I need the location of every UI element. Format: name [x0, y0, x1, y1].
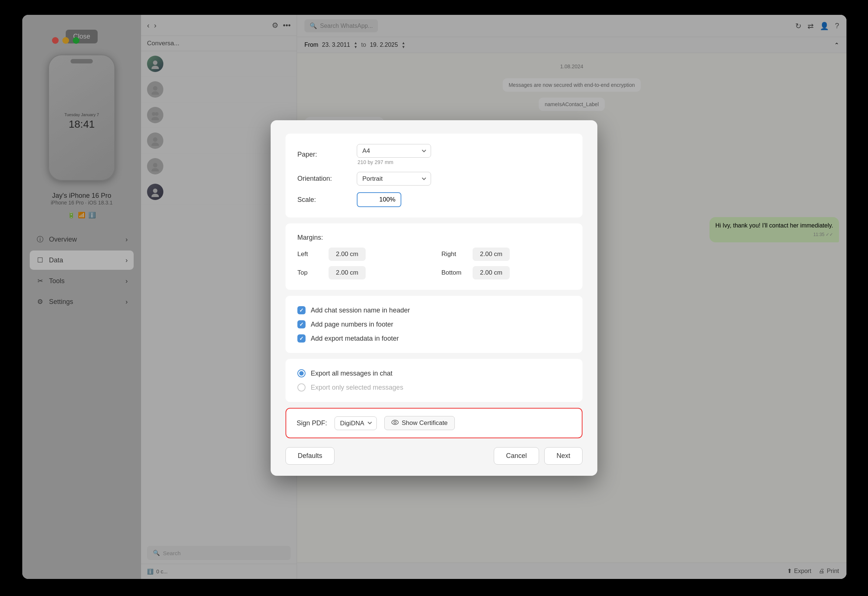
margin-left-value[interactable]: 2.00 cm	[329, 248, 366, 261]
check-icon: ✓	[299, 335, 304, 341]
orientation-label: Orientation:	[297, 175, 357, 183]
footer-right-buttons: Cancel Next	[494, 447, 583, 465]
sign-pdf-label: Sign PDF:	[297, 419, 327, 427]
next-button[interactable]: Next	[544, 447, 583, 465]
paper-input-group: A4 210 by 297 mm	[357, 144, 431, 165]
margins-grid: Left 2.00 cm Right 2.00 cm Top 2.00 cm B…	[297, 248, 571, 279]
radio-2-label: Export only selected messages	[311, 384, 403, 391]
eye-icon	[391, 419, 399, 427]
paper-section: Paper: A4 210 by 297 mm Orientation: Por…	[285, 134, 583, 217]
checkbox-2[interactable]: ✓	[297, 320, 306, 328]
checkbox-1-label: Add chat session name in header	[311, 307, 410, 314]
checkbox-3[interactable]: ✓	[297, 334, 306, 342]
margin-right-label: Right	[441, 251, 467, 258]
checkbox-2-label: Add page numbers in footer	[311, 321, 393, 328]
margin-right-row: Right 2.00 cm	[441, 248, 571, 261]
margin-top-row: Top 2.00 cm	[297, 266, 427, 279]
orientation-select[interactable]: Portrait	[357, 172, 431, 186]
modal-footer: Defaults Cancel Next	[285, 447, 583, 465]
scale-input[interactable]	[357, 192, 402, 207]
paper-select[interactable]: A4	[357, 144, 431, 158]
radio-1[interactable]	[297, 369, 306, 378]
checkbox-row-3: ✓ Add export metadata in footer	[297, 334, 571, 342]
check-icon: ✓	[299, 307, 304, 313]
export-modal: Paper: A4 210 by 297 mm Orientation: Por…	[271, 120, 597, 476]
checkbox-row-2: ✓ Add page numbers in footer	[297, 320, 571, 328]
scale-label: Scale:	[297, 196, 357, 204]
show-cert-label: Show Certificate	[402, 419, 448, 427]
margin-top-label: Top	[297, 269, 323, 276]
sign-pdf-select[interactable]: DigiDNA	[335, 416, 377, 430]
svg-point-13	[392, 420, 399, 425]
paper-row: Paper: A4 210 by 297 mm	[297, 144, 571, 165]
checkbox-1[interactable]: ✓	[297, 306, 306, 314]
show-certificate-button[interactable]: Show Certificate	[384, 416, 455, 430]
margin-bottom-value[interactable]: 2.00 cm	[472, 266, 510, 279]
margin-right-value[interactable]: 2.00 cm	[472, 248, 510, 261]
margin-left-row: Left 2.00 cm	[297, 248, 427, 261]
paper-hint: 210 by 297 mm	[357, 159, 431, 165]
scale-row: Scale:	[297, 192, 571, 207]
margin-top-value[interactable]: 2.00 cm	[329, 266, 366, 279]
margins-section: Margins: Left 2.00 cm Right 2.00 cm Top …	[285, 223, 583, 290]
checkbox-row-1: ✓ Add chat session name in header	[297, 306, 571, 314]
radio-row-1: Export all messages in chat	[297, 369, 571, 378]
orientation-row: Orientation: Portrait	[297, 172, 571, 186]
cancel-button[interactable]: Cancel	[494, 447, 539, 465]
check-icon: ✓	[299, 322, 304, 328]
defaults-button[interactable]: Defaults	[285, 447, 335, 465]
margin-left-label: Left	[297, 251, 323, 258]
options-section: ✓ Add chat session name in header ✓ Add …	[285, 296, 583, 353]
radio-row-2: Export only selected messages	[297, 384, 571, 391]
sign-pdf-section: Sign PDF: DigiDNA Show Certificate	[285, 408, 583, 438]
margins-title: Margins:	[297, 234, 571, 242]
radio-2[interactable]	[297, 384, 306, 391]
modal-overlay: Paper: A4 210 by 297 mm Orientation: Por…	[0, 0, 868, 596]
margin-bottom-label: Bottom	[441, 269, 467, 276]
svg-point-14	[394, 421, 396, 423]
radio-1-label: Export all messages in chat	[311, 370, 393, 378]
checkbox-3-label: Add export metadata in footer	[311, 335, 399, 342]
margin-bottom-row: Bottom 2.00 cm	[441, 266, 571, 279]
export-scope-section: Export all messages in chat Export only …	[285, 359, 583, 402]
paper-label: Paper:	[297, 150, 357, 158]
